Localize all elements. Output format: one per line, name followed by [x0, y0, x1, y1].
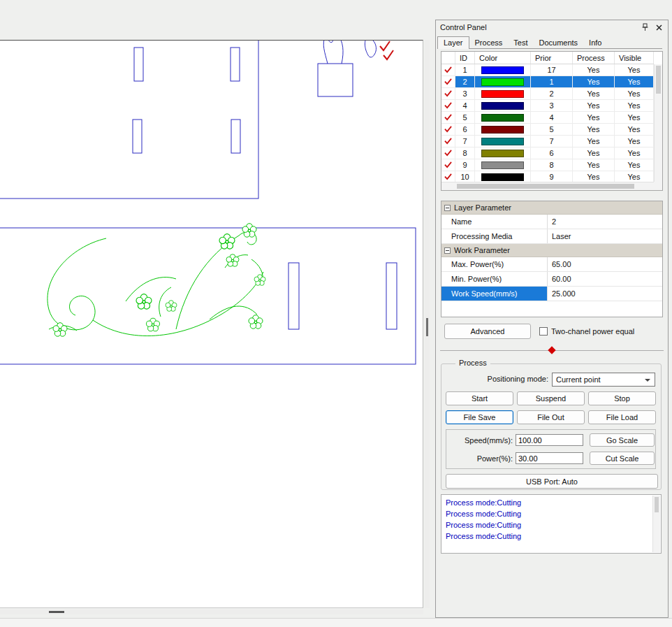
layer-id: 7 [455, 136, 475, 147]
layer-row-8[interactable]: 86YesYes [441, 147, 654, 159]
column-process[interactable]: Process [573, 52, 615, 64]
splitter-diamond-icon[interactable] [548, 346, 555, 354]
tab-documents[interactable]: Documents [533, 37, 583, 48]
advanced-button[interactable]: Advanced [444, 324, 531, 339]
design-canvas[interactable] [0, 40, 423, 608]
collapse-icon[interactable] [444, 247, 451, 254]
pin-icon[interactable] [640, 22, 650, 32]
power-input[interactable] [516, 452, 583, 464]
file-out-button[interactable]: File Out [517, 410, 585, 424]
param-value[interactable]: 60.00 [548, 272, 662, 286]
canvas-vertical-scrollbar[interactable] [425, 40, 430, 608]
layer-check-icon[interactable] [441, 159, 455, 171]
usb-port-button[interactable]: USB Port: Auto [446, 474, 658, 489]
layer-row-4[interactable]: 43YesYes [441, 100, 654, 112]
tab-process[interactable]: Process [469, 37, 509, 48]
layer-color-swatch[interactable] [475, 88, 531, 99]
column-prior[interactable]: Prior [531, 52, 573, 64]
layer-color-swatch[interactable] [475, 112, 531, 123]
panel-tabs: LayerProcessTestDocumentsInfo [437, 36, 662, 49]
tab-test[interactable]: Test [508, 37, 533, 48]
vertical-scroll-thumb[interactable] [426, 318, 428, 336]
table-vscroll-thumb[interactable] [656, 66, 661, 94]
layer-row-5[interactable]: 54YesYes [441, 112, 654, 124]
top-cut-rectangle[interactable] [0, 41, 258, 199]
layer-id: 1 [455, 64, 475, 75]
param-value[interactable]: 2 [548, 215, 662, 229]
process-group-label: Process [455, 359, 490, 367]
layer-color-swatch[interactable] [475, 76, 531, 87]
two-chanel-checkbox[interactable] [539, 327, 548, 336]
tab-info[interactable]: Info [583, 37, 607, 48]
param-value[interactable]: 65.00 [548, 257, 662, 271]
floral-vine-design[interactable] [48, 224, 265, 337]
canvas-horizontal-scrollbar[interactable] [0, 610, 423, 614]
param-processing-media[interactable]: Processing MediaLaser [441, 229, 662, 244]
column-visible[interactable]: Visible [615, 52, 654, 64]
suspend-button[interactable]: Suspend [517, 391, 585, 405]
param-max-power[interactable]: Max. Power(%)65.00 [441, 257, 662, 272]
layer-process: Yes [573, 159, 615, 171]
close-icon[interactable] [654, 22, 664, 32]
table-horizontal-scrollbar[interactable] [441, 182, 654, 190]
layer-color-swatch[interactable] [475, 124, 531, 135]
param-value[interactable]: 25.000 [548, 287, 662, 301]
panel-splitter[interactable] [440, 350, 664, 351]
cut-scale-button[interactable]: Cut Scale [590, 452, 655, 465]
layer-check-icon[interactable] [441, 124, 455, 135]
layer-prior: 8 [531, 159, 573, 171]
layer-check-icon[interactable] [441, 171, 455, 182]
collapse-icon[interactable] [444, 205, 451, 211]
stop-button[interactable]: Stop [588, 391, 656, 405]
layer-color-swatch[interactable] [475, 64, 531, 75]
bottom-cut-rectangle[interactable] [0, 228, 416, 364]
tab-layer[interactable]: Layer [437, 36, 469, 49]
table-hscroll-thumb[interactable] [457, 184, 634, 189]
log-line: Process mode:Cutting [446, 531, 650, 542]
param-value[interactable]: Laser [548, 229, 662, 243]
layer-color-swatch[interactable] [475, 171, 531, 182]
layer-row-3[interactable]: 32YesYes [441, 88, 654, 100]
layer-prior: 17 [531, 64, 573, 75]
column-id[interactable]: ID [455, 52, 475, 64]
layer-row-9[interactable]: 98YesYes [441, 159, 654, 171]
go-scale-button[interactable]: Go Scale [590, 433, 655, 447]
red-check-marks[interactable] [380, 41, 393, 59]
column-color[interactable]: Color [475, 52, 531, 64]
layer-check-icon[interactable] [441, 64, 455, 75]
layer-color-swatch[interactable] [475, 100, 531, 111]
positioning-mode-label: Positioning mode: [441, 375, 548, 383]
section-work-parameter[interactable]: Work Parameter [441, 244, 662, 257]
layer-check-icon[interactable] [441, 100, 455, 111]
log-scroll-thumb[interactable] [655, 497, 659, 512]
layer-color-swatch[interactable] [475, 147, 531, 159]
layer-color-swatch[interactable] [475, 136, 531, 147]
file-load-button[interactable]: File Load [588, 410, 656, 424]
layer-check-icon[interactable] [441, 88, 455, 99]
layer-process: Yes [573, 124, 615, 135]
start-button[interactable]: Start [446, 391, 513, 405]
section-layer-parameter[interactable]: Layer Parameter [441, 201, 662, 215]
clamp-shape[interactable] [318, 41, 376, 96]
layer-color-swatch[interactable] [475, 159, 531, 171]
param-work-speed-mm-s[interactable]: Work Speed(mm/s)25.000 [441, 287, 662, 301]
layer-row-2[interactable]: 21YesYes [441, 76, 654, 88]
horizontal-scroll-thumb[interactable] [49, 611, 64, 613]
layer-row-7[interactable]: 77YesYes [441, 136, 654, 147]
layer-process: Yes [573, 100, 615, 111]
speed-input[interactable] [516, 434, 583, 446]
positioning-mode-select[interactable]: Current point [552, 373, 655, 387]
layer-row-6[interactable]: 65YesYes [441, 124, 654, 136]
layer-check-icon[interactable] [441, 136, 455, 147]
param-min-power[interactable]: Min. Power(%)60.00 [441, 272, 662, 287]
file-save-button[interactable]: File Save [446, 410, 513, 424]
table-vertical-scrollbar[interactable] [654, 64, 662, 182]
layer-check-icon[interactable] [441, 76, 455, 87]
layer-row-10[interactable]: 109YesYes [441, 171, 654, 182]
layer-check-icon[interactable] [441, 112, 455, 123]
layer-check-icon[interactable] [441, 147, 455, 159]
control-panel-title: Control Panel [440, 23, 636, 31]
param-name[interactable]: Name2 [441, 215, 662, 229]
layer-row-1[interactable]: 117YesYes [441, 64, 654, 76]
log-scrollbar[interactable] [652, 496, 660, 552]
